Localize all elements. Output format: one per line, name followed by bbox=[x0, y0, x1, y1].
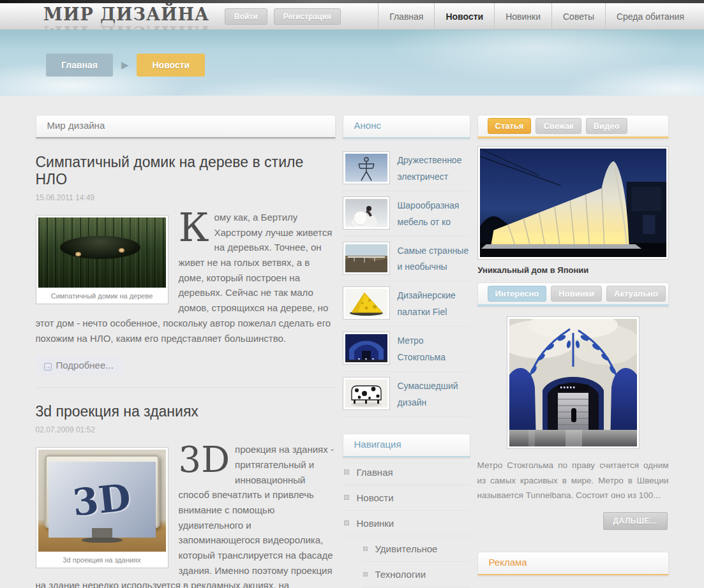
drop-cap: 3D bbox=[179, 442, 236, 475]
article-date: 02.07.2009 01:52 bbox=[36, 425, 336, 434]
tab-bar-interesting: Интересно Новинки Актуально bbox=[477, 283, 669, 306]
nav-item-glavnaya[interactable]: Главная bbox=[378, 3, 434, 30]
content: Мир дизайна Симпатичный домик на дереве … bbox=[36, 96, 669, 588]
announce-item[interactable]: Дружественное электричест bbox=[343, 146, 470, 191]
breadcrumb-arrow-icon: ▶ bbox=[121, 59, 129, 71]
announce-item[interactable]: Самые странные и необычны bbox=[343, 237, 470, 282]
next-button[interactable]: ДАЛЬШЕ... bbox=[603, 512, 668, 530]
announce-item-title: Самые странные и необычны bbox=[398, 242, 470, 276]
stockholm-metro-photo bbox=[509, 319, 637, 446]
tv-base bbox=[82, 538, 123, 543]
nav-item-sovety[interactable]: Советы bbox=[551, 3, 605, 30]
bullet-icon bbox=[344, 469, 349, 474]
tab-svezhak[interactable]: Свежак bbox=[535, 118, 581, 134]
read-more-label: Подробнее... bbox=[56, 360, 114, 371]
3d-projection-image: 3D 3d проекция на зданиях bbox=[36, 447, 169, 568]
power-pylon-thumbnail bbox=[343, 151, 390, 184]
japan-house-image[interactable] bbox=[477, 146, 669, 260]
right-column: Статья Свежак Видео bbox=[477, 115, 669, 575]
article-date: 15.06.2011 14:49 bbox=[36, 193, 336, 202]
logo: МИР ДИЗАЙНА МИР ДИЗАЙНА bbox=[43, 3, 209, 30]
tab-aktualno[interactable]: Актуально bbox=[606, 286, 666, 302]
article-3d-projection: 3d проекция на зданиях 02.07.2009 01:52 … bbox=[36, 403, 336, 588]
breadcrumb-current[interactable]: Новости bbox=[137, 54, 205, 77]
announce-item-title: Дизайнерские палатки Fiel bbox=[398, 286, 470, 321]
breadcrumb: Главная ▶ Новости bbox=[46, 54, 205, 77]
ufo-light bbox=[75, 252, 81, 256]
nav-item-novosti[interactable]: Новости bbox=[434, 3, 494, 30]
announce-item-title: Сумасшедший дизайн bbox=[398, 377, 470, 411]
sidebar-item-glavnaya[interactable]: Главная bbox=[343, 460, 470, 485]
login-button[interactable]: Войти bbox=[225, 8, 267, 25]
section-header-navigatsiya: Навигация bbox=[343, 434, 470, 457]
tab-video[interactable]: Видео bbox=[586, 118, 627, 134]
main-nav: Главная Новости Новинки Советы Среда оби… bbox=[378, 3, 695, 30]
tab-statya[interactable]: Статья bbox=[488, 118, 532, 134]
register-button[interactable]: Регистрация bbox=[274, 8, 341, 25]
featured-caption: Уникальный дом в Японии bbox=[477, 260, 669, 283]
auth-buttons: Войти Регистрация bbox=[225, 8, 341, 25]
section-header-reklama: Реклама bbox=[477, 552, 669, 575]
3d-tv-photo: 3D bbox=[38, 450, 166, 552]
sidebar-item-novinki[interactable]: Новинки bbox=[343, 511, 470, 536]
tab-bar-articles: Статья Свежак Видео bbox=[477, 115, 669, 138]
sidebar-item-udivitelnoe[interactable]: Удивительное bbox=[362, 536, 470, 562]
sidebar-item-label: Новости bbox=[357, 492, 394, 503]
main-column: Мир дизайна Симпатичный домик на дереве … bbox=[36, 115, 336, 588]
announce-item[interactable]: Сумасшедший дизайн bbox=[343, 372, 470, 417]
nav-item-novinki[interactable]: Новинки bbox=[494, 3, 551, 30]
announce-item[interactable]: Метро Стокгольма bbox=[343, 327, 470, 372]
breadcrumb-home[interactable]: Главная bbox=[46, 54, 113, 77]
middle-column: Анонс Дружественное электричест Шарообра… bbox=[343, 115, 470, 588]
announce-item[interactable]: Шарообразная мебель от ко bbox=[343, 191, 470, 237]
announce-item-title: Шарообразная мебель от ко bbox=[398, 196, 470, 231]
sky-banner: Главная ▶ Новости bbox=[0, 30, 704, 96]
sidebar-item-label: Удивительное bbox=[375, 543, 438, 554]
sidebar-navigation: Главная Новости Новинки Удивительное Тех… bbox=[343, 460, 470, 588]
stockholm-metro-image[interactable] bbox=[507, 316, 640, 449]
announce-item-title: Дружественное электричест bbox=[398, 151, 470, 186]
ufo-treehouse-image: Симпатичный домик на дереве bbox=[36, 215, 169, 304]
announce-item-title: Метро Стокгольма bbox=[398, 332, 470, 366]
metro-teaser-text: Метро Стокгольма по праву считается одни… bbox=[477, 458, 669, 503]
sidebar-item-tekhnologii[interactable]: Технологии bbox=[362, 562, 470, 587]
read-more-icon: → bbox=[44, 363, 52, 371]
announce-item[interactable]: Дизайнерские палатки Fiel bbox=[343, 281, 470, 327]
metro-station-thumbnail bbox=[343, 332, 390, 365]
bullet-icon bbox=[363, 572, 368, 577]
read-more-button[interactable]: →Подробнее... bbox=[36, 356, 122, 374]
drop-cap: К bbox=[179, 210, 214, 243]
article-title-link[interactable]: 3d проекция на зданиях bbox=[36, 403, 336, 420]
bullet-icon bbox=[344, 520, 349, 526]
ball-furniture-thumbnail bbox=[343, 196, 390, 230]
cheese-tent-thumbnail bbox=[343, 286, 390, 320]
site-header: МИР ДИЗАЙНА МИР ДИЗАЙНА Войти Регистраци… bbox=[0, 3, 704, 30]
article-title-link[interactable]: Симпатичный домик на дереве в стиле НЛО bbox=[36, 154, 336, 188]
article-divider bbox=[36, 387, 336, 388]
section-header-mir-dizayna: Мир дизайна bbox=[36, 115, 336, 138]
tab-novinki[interactable]: Новинки bbox=[551, 286, 602, 302]
bullet-icon bbox=[363, 547, 368, 551]
article-treehouse: Симпатичный домик на дереве в стиле НЛО … bbox=[36, 154, 336, 388]
section-header-anons: Анонс bbox=[343, 115, 470, 138]
logo-text: МИР ДИЗАЙНА bbox=[43, 3, 209, 26]
tab-interesno[interactable]: Интересно bbox=[488, 286, 547, 302]
announce-list: Дружественное электричест Шарообразная м… bbox=[343, 146, 470, 417]
page: МИР ДИЗАЙНА МИР ДИЗАЙНА Войти Регистраци… bbox=[0, 0, 704, 588]
article-body: 3D 3d проекция на зданиях 3Dпроекция на … bbox=[36, 442, 336, 588]
article-body: Симпатичный домик на дереве Кому как, а … bbox=[36, 210, 336, 346]
tv-screen: 3D bbox=[49, 462, 156, 537]
image-caption: 3d проекция на зданиях bbox=[38, 552, 166, 566]
ufo-shape bbox=[60, 236, 140, 259]
bullet-icon bbox=[344, 495, 349, 500]
sidebar-item-label: Технологии bbox=[375, 569, 426, 580]
sidebar-item-novosti[interactable]: Новости bbox=[343, 485, 470, 511]
bridge-landscape-thumbnail bbox=[343, 242, 390, 275]
image-caption: Симпатичный домик на дереве bbox=[38, 288, 166, 302]
nav-item-sreda-obitaniya[interactable]: Среда обитания bbox=[605, 3, 695, 30]
tv-3d-graphic: 3D bbox=[71, 475, 133, 524]
spacer bbox=[343, 417, 470, 434]
tv-stand bbox=[92, 528, 112, 537]
ufo-treehouse-photo bbox=[38, 217, 166, 288]
japan-house-photo bbox=[480, 149, 666, 257]
